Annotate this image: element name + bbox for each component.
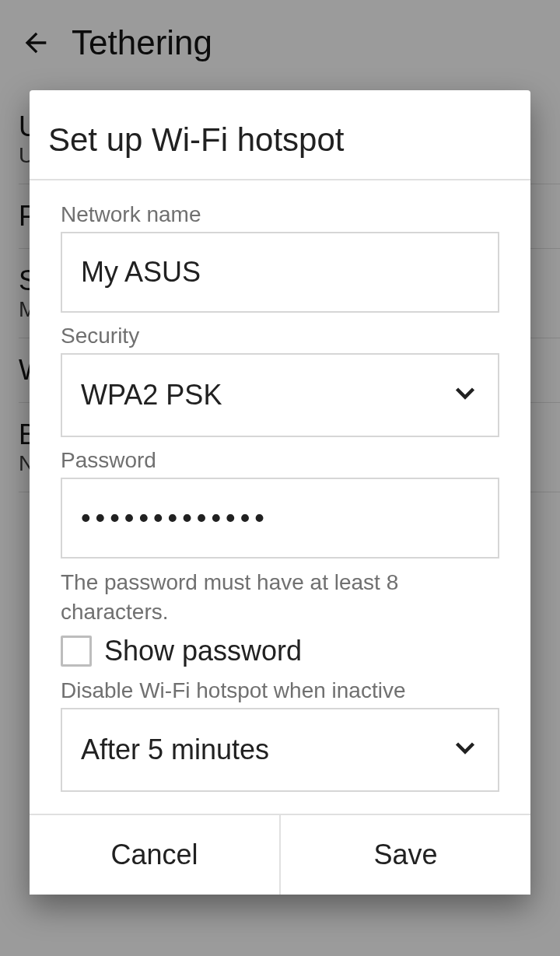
security-select[interactable]: WPA2 PSK [61,353,499,437]
show-password-row[interactable]: Show password [61,635,499,667]
chevron-down-icon [451,380,479,411]
disable-when-inactive-label: Disable Wi-Fi hotspot when inactive [61,678,499,703]
show-password-label: Show password [104,635,302,667]
dialog-title: Set up Wi-Fi hotspot [30,90,530,179]
disable-when-inactive-value: After 5 minutes [81,734,269,766]
password-input[interactable] [61,478,499,559]
security-label: Security [61,324,499,348]
save-button[interactable]: Save [281,815,530,895]
wifi-hotspot-dialog: Set up Wi-Fi hotspot Network name Securi… [30,90,530,895]
network-name-label: Network name [61,202,499,227]
cancel-button[interactable]: Cancel [30,815,279,895]
password-hint: The password must have at least 8 charac… [61,568,499,627]
network-name-input[interactable] [61,232,499,313]
password-label: Password [61,448,499,473]
chevron-down-icon [451,734,479,765]
show-password-checkbox[interactable] [61,636,92,667]
disable-when-inactive-select[interactable]: After 5 minutes [61,708,499,792]
security-value: WPA2 PSK [81,379,222,411]
